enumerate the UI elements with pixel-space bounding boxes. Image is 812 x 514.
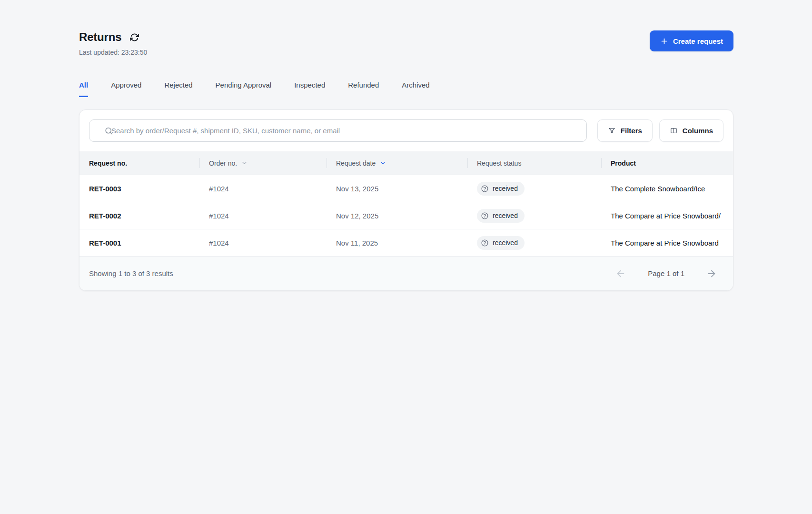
request-date-cell: Nov 12, 2025 (327, 212, 467, 220)
status-badge: received (477, 209, 525, 223)
request-status-cell: received (467, 236, 601, 250)
table-footer: Showing 1 to 3 of 3 results Page 1 of 1 (79, 256, 733, 290)
page-title: Returns (79, 30, 121, 44)
column-header-product: Product (601, 151, 733, 175)
columns-button[interactable]: Columns (659, 119, 723, 142)
order-no-cell: #1024 (199, 239, 327, 247)
request-no-cell: RET-0002 (79, 212, 199, 220)
order-no-cell: #1024 (199, 212, 327, 220)
create-request-button[interactable]: Create request (650, 30, 733, 51)
column-label: Order no. (209, 159, 237, 167)
table-row[interactable]: RET-0003 #1024 Nov 13, 2025 received The… (79, 175, 733, 202)
chevron-down-icon (379, 159, 386, 167)
filters-button[interactable]: Filters (597, 119, 653, 142)
column-header-request-date[interactable]: Request date (327, 151, 467, 175)
tab-archived[interactable]: Archived (402, 81, 429, 97)
page-indicator: Page 1 of 1 (648, 269, 684, 277)
tab-approved[interactable]: Approved (111, 81, 141, 97)
returns-page: Returns Last updated: 23:23:50 (0, 0, 812, 291)
previous-page-button[interactable] (615, 268, 626, 279)
column-header-request-no: Request no. (79, 151, 199, 175)
results-summary: Showing 1 to 3 of 3 results (89, 269, 173, 277)
table-row[interactable]: RET-0001 #1024 Nov 11, 2025 received The… (79, 229, 733, 256)
status-badge-label: received (493, 185, 518, 192)
column-label: Request no. (89, 159, 127, 167)
arrow-left-icon (615, 268, 626, 279)
status-badge-label: received (493, 212, 518, 219)
help-circle-icon (481, 212, 489, 220)
tab-rejected[interactable]: Rejected (164, 81, 192, 97)
search-input[interactable] (89, 119, 587, 142)
tab-refunded[interactable]: Refunded (348, 81, 379, 97)
arrow-right-icon (706, 268, 717, 279)
column-label: Request date (336, 159, 376, 167)
help-circle-icon (481, 185, 489, 193)
status-badge: received (477, 236, 525, 250)
tab-inspected[interactable]: Inspected (294, 81, 325, 97)
column-label: Product (611, 159, 636, 167)
column-label: Request status (477, 159, 521, 167)
status-badge-label: received (493, 239, 518, 247)
returns-table-card: Filters Columns Request no. Order no. (79, 109, 733, 291)
last-updated-text: Last updated: 23:23:50 (79, 49, 147, 56)
pagination: Page 1 of 1 (615, 268, 717, 279)
request-no-cell: RET-0003 (79, 185, 199, 193)
plus-icon (660, 37, 668, 45)
page-header: Returns Last updated: 23:23:50 (79, 30, 733, 56)
column-header-order-no[interactable]: Order no. (199, 151, 327, 175)
status-tabs: All Approved Rejected Pending Approval I… (79, 81, 733, 97)
tab-all[interactable]: All (79, 81, 88, 97)
product-cell: The Compare at Price Snowboard/ (601, 212, 733, 220)
columns-icon (670, 127, 678, 135)
column-header-request-status: Request status (467, 151, 601, 175)
refresh-icon (130, 33, 139, 42)
title-block: Returns Last updated: 23:23:50 (79, 30, 147, 56)
product-cell: The Complete Snowboard/Ice (601, 185, 733, 193)
status-badge: received (477, 182, 525, 196)
request-status-cell: received (467, 209, 601, 223)
next-page-button[interactable] (706, 268, 717, 279)
filters-label: Filters (621, 127, 642, 135)
request-date-cell: Nov 13, 2025 (327, 185, 467, 193)
chevron-down-icon (241, 159, 248, 167)
request-no-cell: RET-0001 (79, 239, 199, 247)
search-wrapper (89, 119, 587, 142)
tab-pending-approval[interactable]: Pending Approval (216, 81, 272, 97)
request-status-cell: received (467, 182, 601, 196)
table-row[interactable]: RET-0002 #1024 Nov 12, 2025 received The… (79, 202, 733, 229)
create-request-label: Create request (673, 37, 723, 45)
table-toolbar: Filters Columns (79, 110, 733, 151)
refresh-button[interactable] (129, 32, 140, 43)
request-date-cell: Nov 11, 2025 (327, 239, 467, 247)
table-header: Request no. Order no. Request date (79, 151, 733, 175)
columns-label: Columns (683, 127, 713, 135)
filter-icon (608, 127, 616, 135)
order-no-cell: #1024 (199, 185, 327, 193)
help-circle-icon (481, 239, 489, 247)
product-cell: The Compare at Price Snowboard (601, 239, 733, 247)
